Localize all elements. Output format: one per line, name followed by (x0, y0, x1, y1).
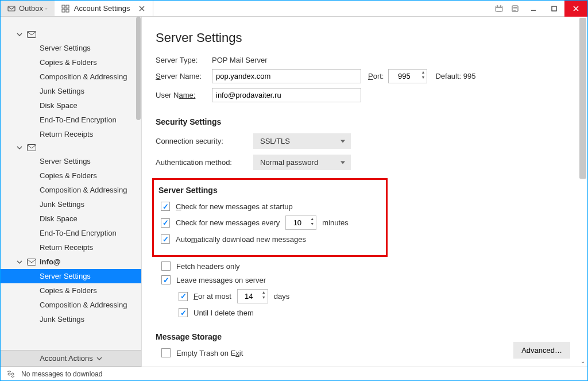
conn-security-label: Connection security: (156, 137, 249, 145)
default-port-label: Default: 995 (435, 72, 475, 80)
for-at-most-post: days (274, 292, 289, 301)
close-window-button[interactable] (564, 1, 587, 17)
sidebar-item-copies-folders[interactable]: Copies & Folders (1, 283, 141, 298)
check-every-checkbox[interactable] (161, 218, 170, 228)
server-type-label: Server Type: (156, 56, 207, 64)
tab-outbox-label: Outbox - (19, 4, 48, 13)
tasks-icon[interactable] (507, 1, 523, 17)
user-name-label: User Name: (156, 91, 207, 99)
account-actions-label: Account Actions (40, 354, 93, 363)
svg-rect-5 (496, 6, 502, 11)
sidebar-item-junk[interactable]: Junk Settings (1, 312, 141, 326)
sidebar-scrollbar-thumb[interactable] (136, 17, 141, 120)
content-scrollbar[interactable]: ⌄ (578, 17, 587, 367)
spin-down-icon[interactable]: ▼ (419, 75, 427, 80)
svg-rect-15 (28, 32, 36, 38)
tab-close-button[interactable] (138, 5, 146, 13)
auth-method-select[interactable]: Normal password (253, 155, 351, 170)
sidebar-item-e2e[interactable]: End-To-End Encryption (1, 226, 141, 240)
for-at-most-label: For at most (194, 292, 231, 301)
empty-trash-row: Empty Trash on Exit (161, 348, 568, 357)
accounts-tree: Server Settings Copies & Folders Composi… (1, 17, 141, 350)
mail-icon (27, 259, 36, 265)
status-message: No messages to download (21, 370, 102, 378)
svg-rect-4 (66, 9, 69, 12)
account-actions-button[interactable]: Account Actions (1, 350, 141, 367)
auto-download-row: Automatically download new messages (161, 234, 378, 244)
user-name-row: User Name: (156, 88, 568, 102)
spin-down-icon[interactable]: ▼ (260, 295, 268, 300)
svg-rect-0 (8, 6, 15, 11)
mail-app-icon (7, 5, 16, 13)
main-area: Server Settings Copies & Folders Composi… (1, 17, 587, 367)
sidebar-item-e2e[interactable]: End-To-End Encryption (1, 113, 141, 127)
chevron-down-icon (17, 259, 24, 265)
calendar-icon[interactable] (491, 1, 507, 17)
sidebar-item-junk[interactable]: Junk Settings (1, 197, 141, 211)
for-at-most-checkbox[interactable] (179, 292, 188, 301)
port-label: Port: (368, 72, 384, 80)
empty-trash-checkbox[interactable] (161, 348, 171, 357)
svg-rect-1 (62, 5, 65, 8)
sidebar-item-copies-folders[interactable]: Copies & Folders (1, 168, 141, 183)
port-spinner[interactable]: ▲▼ (419, 69, 427, 83)
check-startup-row: Check for new messages at startup (161, 202, 378, 211)
until-delete-row: Until I delete them (179, 308, 568, 317)
svg-rect-16 (28, 145, 36, 151)
account-row-3[interactable]: info@ (1, 255, 141, 269)
connection-security-row: Connection security: SSL/TLS (156, 133, 568, 149)
tab-account-settings[interactable]: Account Settings (55, 1, 154, 16)
spin-down-icon[interactable]: ▼ (308, 221, 316, 226)
window-controls (491, 1, 587, 16)
check-every-input[interactable] (285, 215, 308, 230)
sidebar-item-server-settings[interactable]: Server Settings (1, 154, 141, 168)
leave-on-server-row: Leave messages on server (161, 275, 568, 284)
sidebar-item-junk[interactable]: Junk Settings (1, 84, 141, 98)
account-3-label: info@ (40, 257, 61, 266)
port-input[interactable] (388, 69, 419, 83)
chevron-down-icon (17, 32, 24, 37)
server-name-label: Server Name: (156, 72, 207, 80)
check-startup-checkbox[interactable] (161, 202, 170, 211)
server-type-row: Server Type: POP Mail Server (156, 56, 568, 64)
fetch-headers-row: Fetch headers only (161, 261, 568, 271)
sidebar-item-diskspace[interactable]: Disk Space (1, 211, 141, 226)
account-row-1[interactable] (1, 28, 141, 41)
spin-up-icon[interactable]: ▲ (419, 70, 427, 75)
advanced-button[interactable]: Advanced… (513, 342, 570, 359)
spin-up-icon[interactable]: ▲ (308, 216, 316, 221)
sidebar-item-copies-folders[interactable]: Copies & Folders (1, 55, 141, 70)
check-every-spinner[interactable]: ▲▼ (308, 215, 316, 230)
status-bar: No messages to download (1, 367, 587, 380)
connection-security-select[interactable]: SSL/TLS (253, 133, 351, 149)
minimize-button[interactable] (523, 1, 544, 17)
fetch-headers-checkbox[interactable] (161, 261, 171, 271)
sidebar-item-composition[interactable]: Composition & Addressing (1, 183, 141, 197)
account-row-2[interactable] (1, 141, 141, 154)
sidebar-item-composition[interactable]: Composition & Addressing (1, 70, 141, 84)
tab-strip: Outbox - Account Settings (1, 1, 491, 16)
sidebar-item-server-settings[interactable]: Server Settings (1, 269, 141, 283)
tab-outbox[interactable]: Outbox - (1, 1, 55, 16)
svg-rect-3 (62, 9, 65, 12)
sidebar-item-receipts[interactable]: Return Receipts (1, 127, 141, 141)
tab-settings-label: Account Settings (74, 4, 130, 13)
for-at-most-input[interactable] (237, 289, 260, 303)
until-delete-checkbox[interactable] (179, 308, 188, 317)
scroll-down-icon[interactable]: ⌄ (581, 358, 585, 364)
user-name-input[interactable] (212, 88, 361, 102)
leave-on-server-checkbox[interactable] (161, 275, 171, 284)
for-at-most-spinner[interactable]: ▲▼ (260, 289, 268, 303)
sidebar-item-composition[interactable]: Composition & Addressing (1, 298, 141, 312)
content-scrollbar-thumb[interactable] (579, 18, 586, 179)
auto-download-checkbox[interactable] (161, 234, 170, 244)
spin-up-icon[interactable]: ▲ (260, 290, 268, 295)
maximize-button[interactable] (544, 1, 564, 17)
accounts-sidebar: Server Settings Copies & Folders Composi… (1, 17, 142, 367)
sidebar-item-diskspace[interactable]: Disk Space (1, 98, 141, 113)
svg-rect-2 (66, 5, 69, 8)
svg-rect-14 (552, 6, 556, 11)
sidebar-item-server-settings[interactable]: Server Settings (1, 41, 141, 55)
server-name-input[interactable] (212, 69, 361, 83)
sidebar-item-receipts[interactable]: Return Receipts (1, 240, 141, 255)
